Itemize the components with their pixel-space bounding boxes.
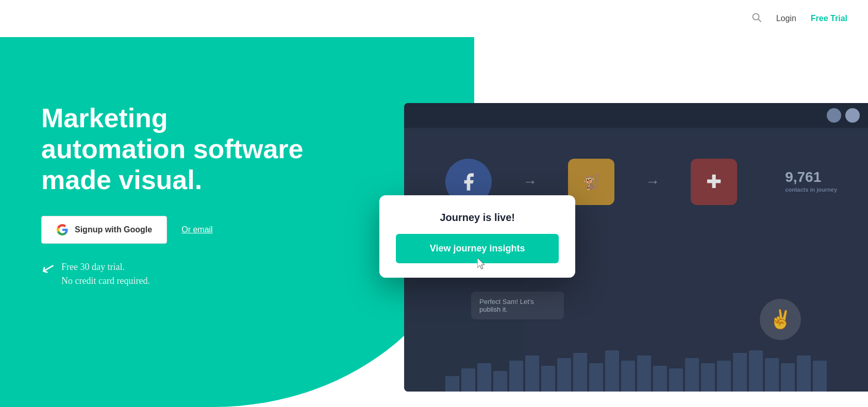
bar-chart-bar (461, 368, 475, 392)
flow-arrow-2: → (645, 174, 660, 190)
modal-title: Journey is live! (396, 212, 559, 224)
bar-chart-bar (509, 361, 523, 392)
bar-chart-bar (525, 355, 539, 392)
bar-chart-bar (573, 353, 587, 392)
hero-title: Marketing automation software made visua… (41, 103, 309, 195)
bar-chart-bar (637, 355, 651, 392)
or-email-link[interactable]: Or email (181, 225, 212, 234)
login-link[interactable]: Login (776, 14, 796, 23)
arrow-sketch-icon: ↙ (39, 257, 58, 280)
svg-line-1 (758, 19, 761, 22)
nav-templates[interactable]: Templates (142, 14, 180, 23)
peace-hand-sticker: ✌ (760, 299, 801, 340)
bar-chart-bar (589, 363, 603, 392)
chat-bubble-2: Perfect Sam! Let's publish it. (471, 292, 564, 319)
bar-chart-bar (477, 363, 491, 392)
bar-chart-bar (541, 366, 555, 392)
bar-chart-bar (781, 363, 795, 392)
nav-links: Features Templates Pricing Customers Blo… (91, 14, 751, 23)
bar-chart-bar (605, 350, 619, 392)
logo-text: autopilot (21, 12, 66, 25)
bar-chart-bar (493, 371, 507, 392)
view-journey-insights-button[interactable]: View journey insights (396, 234, 559, 263)
app-avatars (827, 108, 860, 123)
trial-note: ↙ Free 30 day trial. No credit card requ… (41, 260, 309, 288)
nav-customers[interactable]: Customers (242, 14, 281, 23)
nav-pricing[interactable]: Pricing (198, 14, 223, 23)
flow-node-mailchimp: 🐒 (568, 159, 614, 205)
nav-right: Login Free Trial (752, 12, 847, 25)
bar-chart-bar (749, 350, 763, 392)
navbar: autopilot Features Templates Pricing Cus… (0, 0, 868, 37)
bar-chart-bar (701, 363, 715, 392)
bar-chart-bar (733, 353, 747, 392)
hero-content: Marketing automation software made visua… (41, 103, 309, 288)
cta-row: Signup with Google Or email (41, 216, 309, 244)
nav-blog[interactable]: Blog (301, 14, 317, 23)
logo[interactable]: autopilot (21, 12, 66, 25)
modal-popup: Journey is live! View journey insights (379, 195, 575, 278)
bar-chart-bar (445, 376, 459, 392)
bar-chart-bar (621, 361, 635, 392)
free-trial-link[interactable]: Free Trial (811, 14, 847, 23)
app-avatar-1 (827, 108, 841, 123)
bar-chart-bar (797, 355, 811, 392)
trial-text: Free 30 day trial. No credit card requir… (61, 260, 150, 288)
bar-chart-bar (717, 361, 731, 392)
google-icon (56, 224, 69, 236)
signup-google-label: Signup with Google (75, 225, 152, 234)
nav-features[interactable]: Features (91, 14, 123, 23)
bar-chart (404, 340, 868, 392)
search-icon[interactable] (752, 12, 762, 25)
flow-count: 9,761 contacts in journey (785, 169, 837, 193)
flow-node-plus: ✚ (691, 159, 737, 205)
app-avatar-2 (845, 108, 860, 123)
bar-chart-bar (685, 358, 699, 392)
flow-arrow-1: → (523, 174, 537, 190)
bar-chart-bar (653, 366, 667, 392)
bar-chart-bar (813, 361, 827, 392)
signup-google-button[interactable]: Signup with Google (41, 216, 167, 244)
bar-chart-bar (669, 368, 683, 392)
app-toolbar (404, 103, 868, 128)
bar-chart-bar (765, 358, 779, 392)
bar-chart-bar (557, 358, 571, 392)
